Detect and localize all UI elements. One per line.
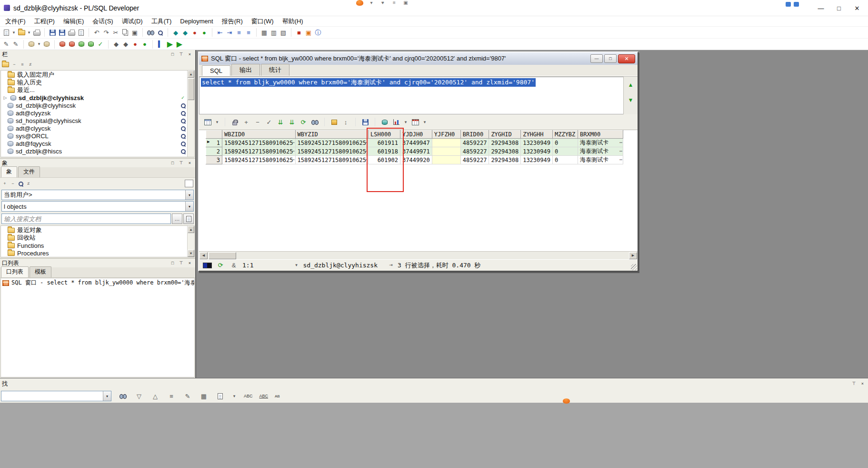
- browser-logo-icon[interactable]: [356, 0, 363, 6]
- tree-item[interactable]: 载入固定用户: [1, 71, 187, 79]
- whole-word-icon[interactable]: AB: [275, 394, 280, 398]
- commit2-icon[interactable]: [86, 40, 96, 49]
- pin-panel-icon[interactable]: ⊤: [178, 260, 185, 266]
- tree-item[interactable]: adt@clyycsk: [1, 124, 187, 132]
- grid-cell[interactable]: 13230949: [521, 156, 553, 164]
- child-maximize-button[interactable]: □: [604, 54, 617, 63]
- format-icon[interactable]: ≡: [234, 28, 244, 37]
- search-icon[interactable]: [180, 149, 186, 154]
- rollback2-icon[interactable]: [67, 40, 77, 49]
- app-titlebar[interactable]: sd_dzbljk@clyyhiszsk - PL/SQL Developer …: [0, 0, 868, 16]
- column-header[interactable]: ZYGHID: [489, 131, 521, 139]
- grid-corner[interactable]: [206, 131, 222, 139]
- grid-cell[interactable]: 29294308: [489, 147, 521, 156]
- background-icon[interactable]: ♥: [379, 0, 386, 6]
- grid-cell[interactable]: [432, 139, 460, 147]
- sql-window-titlebar[interactable]: SQL 窗口 - select * from bljk_yw0000 where…: [199, 52, 638, 65]
- open-dropdown-icon[interactable]: ▾: [26, 28, 32, 37]
- commit-icon[interactable]: [77, 40, 86, 49]
- child-close-button[interactable]: ✕: [618, 54, 635, 63]
- cell-more-icon[interactable]: …: [365, 139, 368, 144]
- row-number-cell[interactable]: 3: [206, 156, 222, 164]
- column-header[interactable]: BRID00: [460, 131, 489, 139]
- save-as-icon[interactable]: [57, 28, 67, 37]
- scroll-right-icon[interactable]: ▶: [629, 252, 637, 259]
- scroll-up-icon[interactable]: ▲: [188, 226, 194, 233]
- tab-files[interactable]: 文件: [18, 166, 40, 177]
- chevron-down-icon[interactable]: ▾: [103, 391, 111, 401]
- color-box[interactable]: [185, 180, 193, 187]
- menu-deployment[interactable]: Deployment: [177, 17, 216, 26]
- fetch-next-icon[interactable]: ⇊: [276, 118, 285, 127]
- find-next-icon[interactable]: ▽: [134, 392, 144, 401]
- auto-refresh-icon[interactable]: ⟳: [216, 261, 225, 270]
- tree-item[interactable]: sd_dzbljk@hiscs: [1, 147, 187, 155]
- tree-item[interactable]: Procedures: [1, 249, 187, 257]
- chevron-down-icon[interactable]: ▾: [185, 190, 193, 200]
- close-button[interactable]: ✕: [848, 2, 866, 14]
- column-header[interactable]: WBZID0: [222, 131, 296, 139]
- tree-item[interactable]: sys@ORCL: [1, 132, 187, 140]
- save-icon[interactable]: [48, 28, 57, 37]
- grid-cell[interactable]: 37449947: [400, 139, 432, 147]
- close-panel-icon[interactable]: ×: [186, 260, 193, 266]
- run-dot-icon[interactable]: ●: [200, 28, 209, 37]
- session-dropdown-icon[interactable]: ▾: [36, 40, 42, 49]
- close-panel-icon[interactable]: ×: [859, 380, 866, 387]
- search-icon[interactable]: [180, 111, 186, 116]
- grid-cell[interactable]: 601902: [369, 156, 400, 164]
- background-icon[interactable]: ▾: [368, 0, 375, 6]
- find-icon[interactable]: [118, 392, 128, 401]
- cell-more-icon[interactable]: …: [291, 147, 294, 153]
- pin-panel-icon[interactable]: ⊤: [178, 160, 185, 166]
- menu-session[interactable]: 会话(S): [89, 16, 116, 27]
- report-icon[interactable]: [410, 118, 420, 127]
- tree-item[interactable]: 最近对象: [1, 226, 187, 234]
- background-icon[interactable]: ≡: [391, 0, 398, 6]
- row-number-cell[interactable]: 2: [206, 147, 222, 156]
- sql-editor[interactable]: select * from bljk_yw0000 where brxm00='…: [199, 77, 623, 114]
- insert-record-icon[interactable]: +: [241, 118, 251, 127]
- tab-sql[interactable]: SQL: [202, 65, 230, 76]
- post-record-icon[interactable]: ✓: [264, 118, 274, 127]
- save-results-icon[interactable]: [360, 118, 370, 127]
- tree-item-active-connection[interactable]: ▷sd_dzbljk@clyyhiszsk✓: [1, 94, 187, 102]
- tree-item[interactable]: sd_hospital@clyyhiscsk: [1, 117, 187, 124]
- fetch-all-icon[interactable]: ⇊: [287, 118, 297, 127]
- folders-icon[interactable]: [2, 62, 9, 67]
- search-doc-button[interactable]: [183, 214, 194, 224]
- table-row[interactable]: 3 15892451271580910625… 1589245127158091…: [206, 156, 623, 164]
- session-icon[interactable]: [27, 40, 36, 49]
- scroll-up-icon[interactable]: ▲: [188, 71, 194, 78]
- menu-project[interactable]: 工程(P): [31, 16, 58, 27]
- filter-icon[interactable]: ≠: [26, 179, 31, 188]
- search-input[interactable]: [1, 214, 171, 224]
- table-row[interactable]: ▶1 15892451271580910625… 158924512715809…: [206, 139, 623, 147]
- execute-icon[interactable]: ▶: [165, 40, 175, 49]
- pin-panel-icon[interactable]: ⊤: [178, 51, 185, 58]
- grid-cell[interactable]: 0: [552, 139, 578, 147]
- exec-bar-icon[interactable]: ▍: [156, 40, 165, 49]
- table-row[interactable]: 2 15892451271580910625… 1589245127158091…: [206, 147, 623, 156]
- scrollbar-horizontal[interactable]: ◀ ▶: [199, 251, 638, 259]
- lock-icon[interactable]: [230, 118, 239, 127]
- tree-item[interactable]: 最近...: [1, 86, 187, 94]
- tree-item[interactable]: adt@clyyzsk: [1, 109, 187, 117]
- scrollbar-thumb[interactable]: [209, 252, 236, 259]
- sort-icon[interactable]: ↕: [341, 118, 350, 127]
- tree-item[interactable]: 输入历史: [1, 79, 187, 86]
- grid-cell[interactable]: 29294308: [489, 156, 521, 164]
- background-icon[interactable]: [794, 2, 799, 7]
- search-icon[interactable]: [180, 118, 186, 123]
- match-case-icon[interactable]: ABC: [259, 394, 269, 398]
- tab-templates[interactable]: 模板: [30, 266, 51, 277]
- grid-cell[interactable]: 37449920: [400, 156, 432, 164]
- indent-icon[interactable]: ⇥: [225, 28, 234, 37]
- grid-cell[interactable]: 13230949: [521, 139, 553, 147]
- window-list-item[interactable]: SQL 窗口 - select * from bljk_yw0000 where…: [1, 279, 194, 287]
- print-preview-icon[interactable]: [67, 28, 76, 37]
- export-icon[interactable]: [329, 118, 339, 127]
- report-icon[interactable]: [76, 28, 86, 37]
- edit-icon[interactable]: ✎: [183, 392, 192, 401]
- ok-dot-icon[interactable]: ●: [140, 40, 150, 49]
